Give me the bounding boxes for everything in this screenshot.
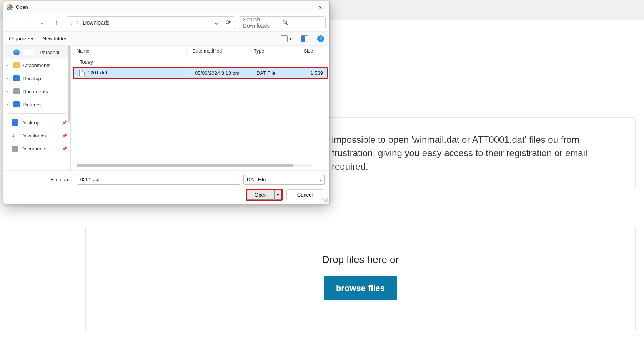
quick-access-item[interactable]: Desktop📌 (3, 116, 70, 129)
file-icon (79, 70, 85, 76)
dialog-toolbar: Organize▾ New folder ▾ ? (3, 32, 329, 46)
organize-menu[interactable]: Organize▾ (9, 36, 33, 41)
chevron-down-icon[interactable]: ⌄ (319, 177, 322, 182)
browse-files-button[interactable]: browse files (324, 276, 397, 300)
pin-icon: 📌 (62, 146, 67, 151)
preview-pane-toggle[interactable] (301, 35, 308, 42)
chevron-down-icon[interactable]: ⌄ (7, 50, 10, 55)
pictures-icon (13, 101, 20, 107)
chevron-right-icon[interactable]: › (7, 89, 10, 94)
file-type: DAT File (251, 70, 301, 76)
file-date: 05/06/2024 3:13 pm (189, 70, 251, 76)
search-placeholder: Search Downloads (243, 17, 282, 29)
path-segment[interactable]: Downloads (83, 20, 109, 26)
cancel-button[interactable]: Cancel (286, 189, 323, 200)
address-bar[interactable]: ↓ › Downloads ⌄ ⟳ (66, 16, 235, 29)
open-file-dialog: Open ✕ ← → ⌄ ↑ ↓ › Downloads ⌄ ⟳ Search … (3, 1, 330, 204)
nav-forward-button[interactable]: → (22, 17, 33, 28)
chevron-down-icon: ▾ (289, 36, 292, 41)
documents-icon (13, 88, 20, 94)
open-button-dropdown[interactable]: ▾ (275, 190, 281, 200)
column-name-header[interactable]: Name (71, 48, 186, 54)
chevron-right-icon[interactable]: › (7, 63, 10, 68)
tree-node[interactable]: ›Pictures (3, 98, 70, 111)
tree-node[interactable]: ›Attachments (3, 59, 70, 72)
file-name: 0201.dat (88, 70, 107, 76)
list-view-icon (281, 35, 288, 42)
chevron-down-icon: ▾ (31, 36, 33, 41)
folder-icon (13, 62, 20, 68)
onedrive-icon (13, 49, 20, 55)
downloads-icon: ↓ (70, 19, 73, 26)
chevron-right-icon[interactable]: › (7, 76, 10, 81)
search-icon: 🔍 (282, 20, 321, 26)
horizontal-scrollbar[interactable] (77, 164, 312, 167)
nav-up-button[interactable]: ↑ (51, 17, 62, 28)
column-size-header[interactable]: Size (298, 48, 329, 54)
tree-node[interactable]: ›Desktop (3, 72, 70, 85)
documents-icon (12, 146, 18, 152)
file-row-selected[interactable]: 0201.dat 05/06/2024 3:13 pm DAT File 1,5… (73, 67, 328, 79)
folder-tree: ⌄- Personal ›Attachments ›Desktop ›Docum… (3, 46, 71, 170)
drop-text: Drop files here or (322, 254, 399, 266)
path-dropdown-chevron[interactable]: ⌄ (214, 19, 219, 26)
search-input[interactable]: Search Downloads 🔍 (239, 16, 326, 29)
dialog-nav-row: ← → ⌄ ↑ ↓ › Downloads ⌄ ⟳ Search Downloa… (3, 13, 329, 32)
desktop-icon (13, 75, 20, 81)
pin-icon: 📌 (62, 133, 67, 138)
drop-zone[interactable]: Drop files here or browse files (85, 226, 636, 331)
quick-access-item[interactable]: ↓Downloads📌 (3, 129, 70, 142)
help-icon[interactable]: ? (317, 35, 324, 42)
quick-access-item[interactable]: Documents📌 (3, 142, 70, 155)
nav-back-button[interactable]: ← (7, 17, 18, 28)
column-date-header[interactable]: ⌄Date modified (186, 48, 248, 54)
sort-indicator-icon: ⌄ (211, 46, 215, 50)
file-type-filter[interactable]: DAT File⌄ (243, 174, 325, 185)
chevron-down-icon: ⌄ (75, 60, 78, 64)
view-mode-button[interactable]: ▾ (281, 35, 292, 42)
group-header-today[interactable]: ⌄Today (71, 56, 329, 67)
resize-grip[interactable] (323, 198, 328, 202)
chevron-down-icon[interactable]: ⌄ (234, 177, 238, 182)
dialog-footer: File name: 0201.dat⌄ DAT File⌄ Open ▾ Ca… (3, 170, 329, 204)
file-list: Name ⌄Date modified Type Size ⌄Today 020… (71, 46, 329, 170)
chrome-icon (7, 4, 13, 10)
refresh-icon[interactable]: ⟳ (226, 19, 231, 26)
filename-input[interactable]: 0201.dat⌄ (77, 174, 240, 185)
column-type-header[interactable]: Type (248, 48, 298, 54)
desktop-icon (12, 119, 18, 126)
new-folder-button[interactable]: New folder (43, 36, 67, 41)
tree-node-personal[interactable]: ⌄- Personal (3, 46, 70, 59)
tree-node[interactable]: ›Documents (3, 85, 70, 98)
nav-recent-dropdown[interactable]: ⌄ (37, 17, 47, 28)
open-button-highlight: Open ▾ (246, 189, 283, 201)
pin-icon: 📌 (62, 120, 67, 125)
file-list-header: Name ⌄Date modified Type Size (71, 46, 329, 56)
downloads-icon: ↓ (12, 132, 18, 139)
scrollbar-thumb[interactable] (77, 164, 293, 167)
dialog-titlebar: Open ✕ (3, 1, 329, 13)
file-size: 1,539 (301, 70, 327, 76)
info-paragraph: impossible to open 'winmail.dat or ATT00… (332, 133, 620, 173)
chevron-right-icon: › (77, 19, 79, 26)
tree-scrollbar-thumb[interactable] (68, 46, 70, 122)
filename-label: File name: (50, 177, 74, 182)
open-button[interactable]: Open (247, 190, 275, 200)
chevron-right-icon[interactable]: › (7, 103, 10, 107)
dialog-close-button[interactable]: ✕ (312, 1, 329, 13)
dialog-title: Open (16, 4, 312, 10)
